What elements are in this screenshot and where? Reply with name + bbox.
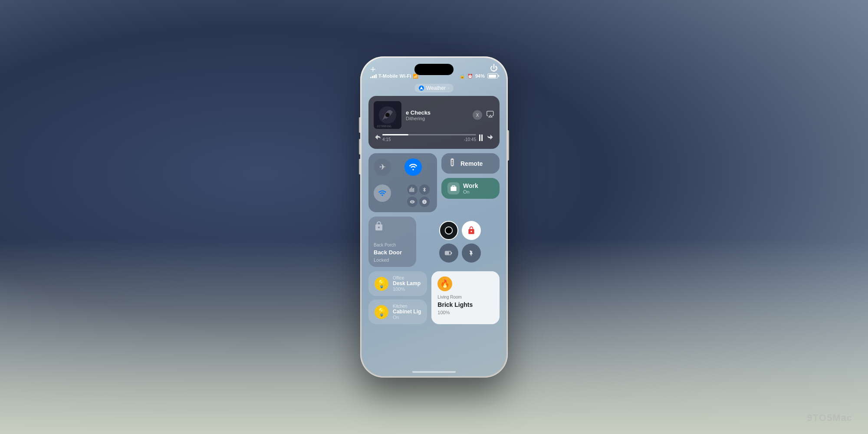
location-pill[interactable]: Weather › [414, 84, 454, 92]
album-art: DITHERING [374, 101, 401, 129]
bluetooth-button[interactable] [419, 184, 430, 195]
music-subtitle: Dithering [406, 116, 468, 121]
lock-status-label: Locked [374, 257, 389, 263]
svg-rect-13 [446, 252, 449, 255]
pause-button[interactable]: ⏸ [476, 132, 486, 144]
eye-button[interactable] [407, 197, 418, 207]
music-info: e Checks Dithering [406, 109, 468, 121]
lock-status-icon: 🔒 [460, 74, 465, 79]
wifi-button[interactable] [374, 184, 391, 202]
cabinet-lights-room: Kitchen [393, 304, 421, 309]
svg-rect-10 [451, 164, 453, 165]
desk-lamp-info: Office Desk Lamp 100% [393, 276, 421, 292]
lock-widget[interactable]: Back Porch Back Door Locked [368, 217, 416, 267]
lock-row: Back Porch Back Door Locked [368, 217, 500, 267]
desk-lamp-bulb-icon: 💡 [375, 277, 388, 291]
signal-bar-2 [372, 76, 373, 78]
briefcase-icon [447, 182, 460, 194]
connectivity-grid: ✈ [368, 153, 437, 212]
status-right: 🔒 ⏰ 94% [460, 73, 498, 79]
airplay-button[interactable] [487, 110, 494, 120]
music-close-button[interactable]: X [473, 110, 482, 120]
flashlight-button[interactable] [462, 243, 481, 263]
music-controls: 4:15 -10:45 ⏸ [374, 132, 494, 144]
remote-label: Remote [460, 160, 483, 167]
location-bar: Weather › [362, 82, 506, 94]
desk-lamp-name: Desk Lamp [393, 280, 421, 286]
battery-fill [489, 75, 496, 78]
battery-saver-button[interactable] [439, 243, 458, 263]
brick-lights-widget[interactable]: 🔥 Living Room Brick Lights 100% [431, 271, 500, 324]
work-widget[interactable]: Work On [441, 178, 500, 199]
cabinet-lights-pct: On [393, 315, 421, 320]
phone-frame: T-Mobile Wi-Fi 📶 🔒 ⏰ 94% + ⏻ Weath [360, 56, 508, 378]
lock-icon [374, 221, 384, 234]
lock-name-label: Back Door [374, 249, 402, 256]
progress-fill [382, 134, 408, 135]
svg-marker-4 [489, 115, 492, 117]
location-service-label: Weather [426, 85, 446, 91]
location-arrow-icon [419, 85, 424, 91]
desk-lamp-widget[interactable]: 💡 Office Desk Lamp 100% [368, 271, 427, 296]
music-progress: 4:15 -10:45 [382, 134, 476, 142]
battery-pct-label: 94% [475, 73, 485, 79]
work-info: Work On [463, 182, 478, 194]
carrier-label: T-Mobile [378, 73, 398, 79]
battery-body [487, 73, 498, 79]
work-status: On [463, 189, 478, 194]
left-lights-column: 💡 Office Desk Lamp 100% 💡 Kitchen Cabine… [368, 271, 427, 324]
signal-bars [370, 74, 377, 78]
side-widgets: Remote Work On [441, 153, 500, 212]
desk-lamp-room: Office [393, 276, 421, 280]
watermark: 9TO5Mac [807, 412, 852, 424]
music-widget[interactable]: DITHERING e Checks Dithering X [368, 96, 500, 149]
cabinet-bulb-icon: 💡 [375, 305, 388, 319]
svg-point-5 [412, 169, 414, 170]
location-chevron-icon: › [448, 86, 449, 90]
forward-button[interactable] [486, 133, 494, 144]
svg-point-2 [385, 113, 390, 117]
rewind-button[interactable] [374, 133, 382, 144]
brick-lights-name: Brick Lights [437, 301, 493, 308]
more-controls [404, 184, 432, 207]
home-bar [412, 371, 456, 373]
progress-times: 4:15 -10:45 [382, 137, 476, 142]
svg-text:DITHERING: DITHERING [377, 125, 391, 128]
signal-bar-3 [374, 75, 375, 78]
brick-lights-bulb-icon: 🔥 [437, 276, 452, 291]
cabinet-lights-info: Kitchen Cabinet Lig On [393, 304, 421, 320]
time-current: 4:15 [382, 137, 391, 142]
lock-room-label: Back Porch [374, 243, 396, 247]
lights-row: 💡 Office Desk Lamp 100% 💡 Kitchen Cabine… [368, 271, 500, 324]
work-label: Work [463, 182, 478, 189]
svg-rect-9 [451, 163, 453, 164]
more-button[interactable] [419, 197, 430, 207]
svg-point-11 [445, 227, 453, 234]
remote-widget[interactable]: Remote [441, 153, 500, 174]
dark-mode-button[interactable] [439, 221, 458, 240]
brick-lights-pct: 100% [437, 310, 493, 315]
airplane-mode-button[interactable]: ✈ [374, 158, 391, 176]
cabinet-lights-name: Cabinet Lig [393, 309, 421, 315]
svg-point-7 [452, 160, 453, 161]
wifi-label: Wi-Fi [400, 73, 411, 79]
brick-lights-room: Living Room [437, 295, 493, 299]
desk-lamp-pct: 100% [393, 286, 421, 292]
signal-bar-4 [375, 74, 377, 78]
music-title: e Checks [406, 109, 468, 116]
screen-lock-button[interactable] [462, 221, 481, 240]
small-controls [421, 217, 500, 267]
music-top: DITHERING e Checks Dithering X [374, 101, 494, 129]
signal-bar-1 [370, 77, 372, 78]
progress-bar[interactable] [382, 134, 476, 135]
cellular-button[interactable] [407, 184, 418, 195]
status-left: T-Mobile Wi-Fi 📶 [370, 73, 418, 79]
time-remaining: -10:45 [464, 137, 476, 142]
alarm-icon: ⏰ [467, 74, 473, 79]
tv-remote-icon [447, 158, 457, 169]
hotspot-button[interactable] [404, 158, 422, 176]
phone-screen: T-Mobile Wi-Fi 📶 🔒 ⏰ 94% + ⏻ Weath [362, 58, 506, 376]
cabinet-lights-widget[interactable]: 💡 Kitchen Cabinet Lig On [368, 299, 427, 324]
cc-content: DITHERING e Checks Dithering X [368, 96, 500, 368]
connectivity-row: ✈ [368, 153, 500, 212]
